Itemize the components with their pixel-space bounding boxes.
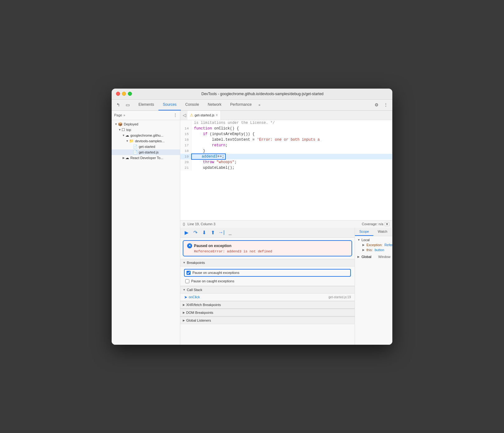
cursor-position: Line 19, Column 3 xyxy=(187,222,362,226)
sidebar-header: Page » ⋮ xyxy=(112,111,180,120)
pause-caught-label: Pause on caught exceptions xyxy=(191,279,234,283)
scope-exception-value: Referen... xyxy=(384,243,392,247)
breakpoints-section-header[interactable]: ▼ Breakpoints xyxy=(180,259,355,266)
dom-breakpoints-title: DOM Breakpoints xyxy=(186,311,213,314)
device-icon-button[interactable]: ▭ xyxy=(124,101,132,109)
code-line-21: 21 updateLabel(); xyxy=(180,165,392,171)
scope-global-label: Global xyxy=(361,255,371,259)
scope-exception-item[interactable]: ▶ Exception: Referen... xyxy=(357,242,390,247)
code-line-17: 17 return; xyxy=(180,143,392,148)
traffic-lights xyxy=(116,92,132,96)
resume-button[interactable]: ▶ xyxy=(183,229,190,236)
tab-settings: ⚙ ⋮ xyxy=(372,101,390,109)
xhr-breakpoints-header[interactable]: ▶ XHR/fetch Breakpoints xyxy=(180,301,355,309)
devtools-window: DevTools - googlechrome.github.io/devtoo… xyxy=(112,89,392,345)
code-line-14: 14 function onClick() { xyxy=(180,126,392,131)
breakpoints-title: Breakpoints xyxy=(187,261,205,265)
tree-item-googlechrome[interactable]: ▼ ☁ googlechrome.githu... xyxy=(112,133,180,138)
deactivate-button[interactable]: ⎯ xyxy=(226,229,234,236)
tree-item-get-started-js[interactable]: 📄 get-started.js xyxy=(112,149,180,155)
scope-this-value: button xyxy=(375,248,384,252)
code-line-20: 20 throw "whoops"; xyxy=(180,159,392,165)
tab-network[interactable]: Network xyxy=(203,100,226,110)
tab-elements[interactable]: Elements xyxy=(134,100,158,110)
tree-item-get-started[interactable]: 📄 get-started xyxy=(112,144,180,149)
global-listeners-title: Global Listeners xyxy=(186,319,211,322)
status-bar: {} Line 19, Column 3 Coverage: n/a ▼ xyxy=(180,220,392,228)
code-line-15: 15 if (inputsAreEmpty()) { xyxy=(180,131,392,137)
tree-item-deployed[interactable]: ▼ 📦 Deployed xyxy=(112,121,180,127)
scope-panel: Scope Watch ▼ Local xyxy=(355,228,392,345)
bottom-panels: ▶ ↷ ⬇ ⬆ →| ⎯ ✕ Paused on exception xyxy=(180,228,392,345)
step-button[interactable]: →| xyxy=(218,229,225,236)
call-stack-section-header[interactable]: ▼ Call Stack xyxy=(180,286,355,294)
scope-tab-watch[interactable]: Watch xyxy=(373,228,392,236)
code-line-19: 19 addend3++; xyxy=(180,154,392,159)
file-tree-sidebar: Page » ⋮ ▼ 📦 Deployed ▼ ☐ top xyxy=(112,111,180,345)
exception-message: ReferenceError: addend3 is not defined xyxy=(187,250,348,253)
tab-icons: ↰ ▭ xyxy=(114,101,132,109)
call-stack-file-ref: get-started.js:19 xyxy=(328,295,351,299)
code-line-16: 16 label.textContent = 'Error: one or bo… xyxy=(180,137,392,143)
minimize-button[interactable] xyxy=(122,92,126,96)
editor-area: ◁ ⚠ get-started.js × is limitations unde… xyxy=(180,111,392,228)
pause-caught-row[interactable]: Pause on caught exceptions xyxy=(183,278,352,285)
tree-item-devtools-samples[interactable]: ▼ 📁 devtools-samples... xyxy=(112,138,180,144)
scope-this-key: this: xyxy=(366,248,373,252)
scope-global-value: Window xyxy=(378,255,390,259)
coverage-dropdown-button[interactable]: ▼ xyxy=(385,222,390,226)
maximize-button[interactable] xyxy=(128,92,132,96)
warning-icon: ⚠ xyxy=(190,113,193,117)
pause-caught-checkbox[interactable] xyxy=(185,279,189,283)
exception-title: ✕ Paused on exception xyxy=(187,243,348,248)
settings-icon-button[interactable]: ⚙ xyxy=(372,101,380,109)
coverage-label: Coverage: n/a xyxy=(362,222,383,226)
editor-file-tab: ⚠ get-started.js × xyxy=(187,111,221,120)
call-stack-arrow-icon: ➤ xyxy=(184,295,187,299)
scope-tab-scope[interactable]: Scope xyxy=(355,228,373,236)
tab-performance[interactable]: Performance xyxy=(226,100,256,110)
code-line-top: is limitations under the License. */ xyxy=(180,120,392,126)
step-over-button[interactable]: ↷ xyxy=(191,229,199,236)
dom-breakpoints-header[interactable]: ▶ DOM Breakpoints xyxy=(180,309,355,316)
code-editor[interactable]: is limitations under the License. */ 14 … xyxy=(180,120,392,220)
pause-uncaught-label: Pause on uncaught exceptions xyxy=(192,271,239,275)
file-tree: ▼ 📦 Deployed ▼ ☐ top ▼ ☁ googlechrome xyxy=(112,120,180,345)
window-title: DevTools - googlechrome.github.io/devtoo… xyxy=(137,92,388,96)
more-tabs-button[interactable]: » xyxy=(256,103,263,107)
call-stack-onclick[interactable]: ➤ onClick get-started.js:19 xyxy=(180,294,355,301)
format-button[interactable]: {} xyxy=(183,222,185,226)
editor-debug-container: ◁ ⚠ get-started.js × is limitations unde… xyxy=(180,111,392,345)
exception-title-text: Paused on exception xyxy=(194,244,231,248)
titlebar: DevTools - googlechrome.github.io/devtoo… xyxy=(112,89,392,100)
close-file-button[interactable]: × xyxy=(216,113,218,117)
scope-section-local: ▼ Local ▶ Exception: Referen... ▶ xyxy=(357,237,390,252)
editor-filename: get-started.js xyxy=(195,113,215,117)
editor-back-button[interactable]: ◁ xyxy=(182,113,187,118)
step-into-button[interactable]: ⬇ xyxy=(200,229,208,236)
xhr-breakpoints-title: XHR/fetch Breakpoints xyxy=(186,303,221,307)
scope-this-item[interactable]: ▶ this: button xyxy=(357,247,390,252)
sidebar-more-button[interactable]: ⋮ xyxy=(173,113,177,118)
exception-icon: ✕ xyxy=(187,243,192,248)
tree-item-react-devtools[interactable]: ▶ ☁ React Developer To... xyxy=(112,155,180,161)
scope-section-global[interactable]: ▶ Global Window xyxy=(357,254,390,260)
debug-controls: ▶ ↷ ⬇ ⬆ →| ⎯ xyxy=(180,228,355,238)
cursor-icon-button[interactable]: ↰ xyxy=(114,101,122,109)
main-tabs: Elements Sources Console Network Perform… xyxy=(134,100,263,110)
menu-icon-button[interactable]: ⋮ xyxy=(382,101,390,109)
tree-item-top[interactable]: ▼ ☐ top xyxy=(112,127,180,133)
scope-exception-key: Exception: xyxy=(366,243,382,247)
tab-console[interactable]: Console xyxy=(181,100,203,110)
main-area: Page » ⋮ ▼ 📦 Deployed ▼ ☐ top xyxy=(112,111,392,345)
tab-sources[interactable]: Sources xyxy=(158,100,181,110)
scope-local-header[interactable]: ▼ Local xyxy=(357,237,390,242)
editor-tabs: ◁ ⚠ get-started.js × xyxy=(180,111,392,120)
close-button[interactable] xyxy=(116,92,120,96)
step-out-button[interactable]: ⬆ xyxy=(209,229,216,236)
call-stack-title: Call Stack xyxy=(187,288,202,292)
pause-uncaught-row[interactable]: Pause on uncaught exceptions xyxy=(184,269,351,277)
pause-uncaught-checkbox[interactable] xyxy=(187,271,191,275)
global-listeners-header[interactable]: ▶ Global Listeners xyxy=(180,317,355,324)
exception-banner: ✕ Paused on exception ReferenceError: ad… xyxy=(183,240,352,256)
